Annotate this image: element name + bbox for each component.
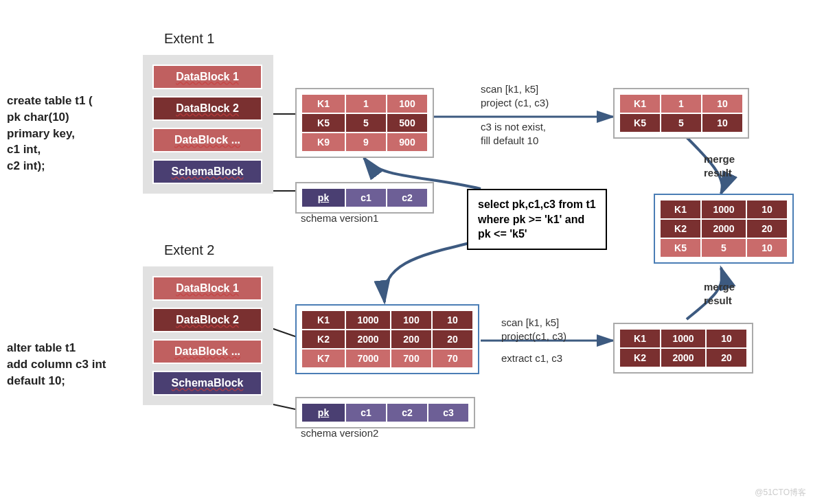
cell: c2 bbox=[387, 188, 428, 207]
datablock2-table-ext2: K1100010010 K2200020020 K7700070070 bbox=[295, 304, 479, 374]
schema1-table: pk c1 c2 bbox=[295, 182, 434, 214]
cell: 1000 bbox=[661, 329, 706, 348]
extent1-schemablock: SchemaBlock bbox=[152, 159, 262, 184]
extent1-datablock3: DataBlock ... bbox=[152, 128, 262, 152]
cell: c1 bbox=[345, 188, 387, 207]
cell: K2 bbox=[619, 348, 661, 367]
cell: 10 bbox=[432, 310, 473, 330]
extent2-box: DataBlock 1 DataBlock 2 DataBlock ... Sc… bbox=[143, 266, 273, 405]
cell: K1 bbox=[301, 310, 345, 330]
cell: 7000 bbox=[345, 349, 391, 368]
cell: K2 bbox=[301, 330, 345, 349]
cell: 10 bbox=[702, 113, 743, 133]
extent1-datablock2: DataBlock 2 bbox=[152, 96, 262, 121]
cell: K5 bbox=[660, 238, 701, 257]
cell: 2000 bbox=[701, 219, 746, 238]
datablock2-table-ext1: K11100 K55500 K99900 bbox=[295, 88, 434, 158]
proj1-table: K1110 K5510 bbox=[613, 88, 749, 139]
cell: 70 bbox=[432, 349, 473, 368]
watermark: @51CTO博客 bbox=[755, 487, 806, 499]
cell: 1 bbox=[661, 94, 702, 113]
cell: 5 bbox=[661, 113, 702, 133]
extract-label: extract c1, c3 bbox=[501, 352, 562, 365]
schema2-table: pk c1 c2 c3 bbox=[295, 397, 475, 428]
cell: 10 bbox=[702, 94, 743, 113]
merge2-label: merge result bbox=[704, 280, 735, 308]
cell: K2 bbox=[660, 219, 701, 238]
scan1-label: scan [k1, k5] project (c1, c3) bbox=[481, 82, 549, 111]
extent1-datablock1: DataBlock 1 bbox=[152, 65, 262, 89]
cell: 2000 bbox=[345, 330, 391, 349]
cell: c1 bbox=[345, 403, 387, 422]
cell: K9 bbox=[301, 133, 345, 152]
cell: 20 bbox=[432, 330, 473, 349]
extent1-box: DataBlock 1 DataBlock 2 DataBlock ... Sc… bbox=[143, 55, 273, 194]
scan2-label: scan [k1, k5] project(c1, c3) bbox=[501, 316, 566, 344]
sql-alter: alter table t1 add column c3 int default… bbox=[7, 340, 106, 389]
merge1-label: merge result bbox=[704, 152, 735, 181]
cell: 100 bbox=[387, 94, 428, 113]
cell: 900 bbox=[387, 133, 428, 152]
schema1-caption: schema version1 bbox=[301, 212, 378, 224]
sql-create: create table t1 ( pk char(10) primary ke… bbox=[7, 93, 93, 174]
query-text: select pk,c1,c3 from t1 where pk >= 'k1'… bbox=[478, 198, 596, 240]
cell: 500 bbox=[387, 113, 428, 133]
cell: 5 bbox=[345, 113, 387, 133]
cell: 2000 bbox=[661, 348, 706, 367]
cell: K7 bbox=[301, 349, 345, 368]
cell: 9 bbox=[345, 133, 387, 152]
query-box: select pk,c1,c3 from t1 where pk >= 'k1'… bbox=[467, 189, 607, 250]
cell: 10 bbox=[706, 329, 747, 348]
extent2-title: Extent 2 bbox=[164, 242, 214, 258]
extent2-datablock3: DataBlock ... bbox=[152, 339, 262, 364]
cell: 1000 bbox=[701, 200, 746, 219]
cell: 20 bbox=[746, 219, 788, 238]
cell: 1000 bbox=[345, 310, 391, 330]
cell: K5 bbox=[619, 113, 661, 133]
fill-default-label: c3 is not exist, fill default 10 bbox=[481, 120, 546, 148]
cell: pk bbox=[301, 403, 345, 422]
extent2-schemablock: SchemaBlock bbox=[152, 371, 262, 396]
extent1-title: Extent 1 bbox=[164, 31, 214, 47]
cell: c3 bbox=[428, 403, 469, 422]
cell: 5 bbox=[701, 238, 746, 257]
result-table: K1100010 K2200020 K5510 bbox=[654, 194, 794, 264]
cell: 10 bbox=[746, 238, 788, 257]
cell: 1 bbox=[345, 94, 387, 113]
proj2-table: K1100010 K2200020 bbox=[613, 323, 753, 374]
cell: K1 bbox=[619, 329, 661, 348]
cell: 20 bbox=[706, 348, 747, 367]
schema2-caption: schema version2 bbox=[301, 427, 378, 439]
cell: K1 bbox=[660, 200, 701, 219]
cell: 10 bbox=[746, 200, 788, 219]
cell: c2 bbox=[387, 403, 428, 422]
cell: K1 bbox=[619, 94, 661, 113]
cell: pk bbox=[301, 188, 345, 207]
cell: 200 bbox=[391, 330, 432, 349]
cell: K1 bbox=[301, 94, 345, 113]
extent2-datablock2: DataBlock 2 bbox=[152, 308, 262, 332]
cell: K5 bbox=[301, 113, 345, 133]
extent2-datablock1: DataBlock 1 bbox=[152, 276, 262, 301]
cell: 100 bbox=[391, 310, 432, 330]
cell: 700 bbox=[391, 349, 432, 368]
